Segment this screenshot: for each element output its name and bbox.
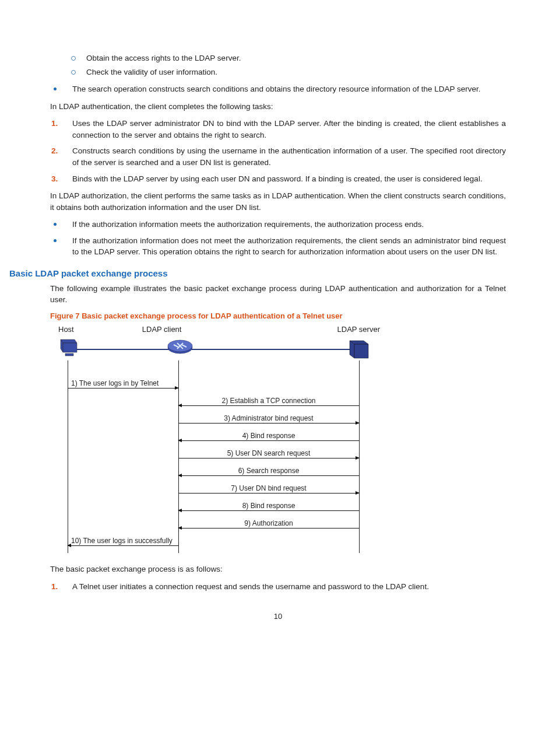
host-computer-icon xyxy=(57,337,80,358)
sequence-message: 6) Search response xyxy=(68,462,359,476)
arrow-left-icon xyxy=(178,528,359,528)
sequence-diagram: Host LDAP client LDAP server xyxy=(56,325,382,553)
sub-bullet-list: Obtain the access rights to the LDAP ser… xyxy=(50,52,506,78)
diagram-node-label: Host xyxy=(58,325,74,334)
sequence-message: 1) The user logs in by Telnet xyxy=(68,374,359,388)
message-label: 1) The user logs in by Telnet xyxy=(71,379,159,387)
bullet-text: If the authorization information meets t… xyxy=(72,220,424,229)
message-label: 6) Search response xyxy=(178,467,359,475)
sequence-message: 8) Bind response xyxy=(68,497,359,511)
message-label: 3) Administrator bind request xyxy=(178,414,359,422)
arrow-left-icon xyxy=(178,475,359,476)
arrow-left-icon xyxy=(178,405,359,406)
arrow-right-icon xyxy=(178,423,359,424)
sequence-message: 5) User DN search request xyxy=(68,444,359,459)
diagram-node-label: LDAP client xyxy=(142,325,182,334)
sequence-message: 7) User DN bind request xyxy=(68,480,359,494)
page-number: 10 xyxy=(50,612,506,621)
step-text: A Telnet user initiates a connection req… xyxy=(72,582,429,591)
numbered-list: Uses the LDAP server administrator DN to… xyxy=(50,118,506,184)
diagram-node-label: LDAP server xyxy=(337,325,380,334)
sequence-message: 3) Administrator bind request xyxy=(68,410,359,424)
paragraph: The following example illustrates the ba… xyxy=(50,283,506,306)
svg-marker-0 xyxy=(61,340,77,343)
arrow-left-icon xyxy=(178,510,359,511)
arrow-right-icon xyxy=(68,388,178,388)
step-text: Binds with the LDAP server by using each… xyxy=(72,174,483,183)
list-item: The search operation constructs search c… xyxy=(50,83,506,95)
arrow-right-icon xyxy=(178,493,359,494)
svg-marker-2 xyxy=(63,343,77,352)
list-item: Uses the LDAP server administrator DN to… xyxy=(50,118,506,141)
sequence-message: 10) The user logs in successfully xyxy=(68,532,359,546)
list-item: If the authorization information meets t… xyxy=(50,219,506,230)
sequence-message: 2) Establish a TCP connection xyxy=(68,392,359,406)
list-item: Obtain the access rights to the LDAP ser… xyxy=(50,52,506,64)
server-icon xyxy=(346,337,372,360)
arrow-left-icon xyxy=(68,545,178,546)
step-text: Constructs search conditions by using th… xyxy=(72,146,506,167)
sub-bullet-text: Check the validity of user information. xyxy=(86,68,217,76)
bullet-text: If the authorization information does no… xyxy=(72,236,506,257)
figure-caption: Figure 7 Basic packet exchange process f… xyxy=(50,312,506,320)
sub-bullet-text: Obtain the access rights to the LDAP ser… xyxy=(86,54,241,62)
router-icon xyxy=(167,337,193,358)
bullet-list: If the authorization information meets t… xyxy=(50,219,506,258)
step-text: Uses the LDAP server administrator DN to… xyxy=(72,119,506,139)
message-label: 5) User DN search request xyxy=(178,449,359,457)
list-item: A Telnet user initiates a connection req… xyxy=(50,581,506,593)
list-item: Binds with the LDAP server by using each… xyxy=(50,173,506,185)
arrow-right-icon xyxy=(178,458,359,459)
bullet-text: The search operation constructs search c… xyxy=(72,85,481,93)
numbered-list: A Telnet user initiates a connection req… xyxy=(50,581,506,593)
message-label: 7) User DN bind request xyxy=(178,484,359,492)
arrow-left-icon xyxy=(178,440,359,441)
message-label: 4) Bind response xyxy=(178,432,359,440)
bullet-list: The search operation constructs search c… xyxy=(50,83,506,95)
list-item: If the authorization information does no… xyxy=(50,235,506,258)
message-label: 2) Establish a TCP connection xyxy=(178,397,359,405)
message-label: 9) Authorization xyxy=(178,519,359,527)
svg-rect-3 xyxy=(65,354,73,356)
list-item: Check the validity of user information. xyxy=(50,66,506,78)
section-heading: Basic LDAP packet exchange process xyxy=(9,268,506,278)
paragraph: In LDAP authorization, the client perfor… xyxy=(50,190,506,213)
message-label: 10) The user logs in successfully xyxy=(71,537,173,545)
list-item: Constructs search conditions by using th… xyxy=(50,145,506,168)
sequence-message: 4) Bind response xyxy=(68,427,359,441)
topology-line xyxy=(68,349,359,350)
svg-marker-8 xyxy=(354,344,368,358)
sequence-message: 9) Authorization xyxy=(68,514,359,528)
message-label: 8) Bind response xyxy=(178,502,359,510)
paragraph: The basic packet exchange process is as … xyxy=(50,564,506,575)
paragraph: In LDAP authentication, the client compl… xyxy=(50,101,506,113)
